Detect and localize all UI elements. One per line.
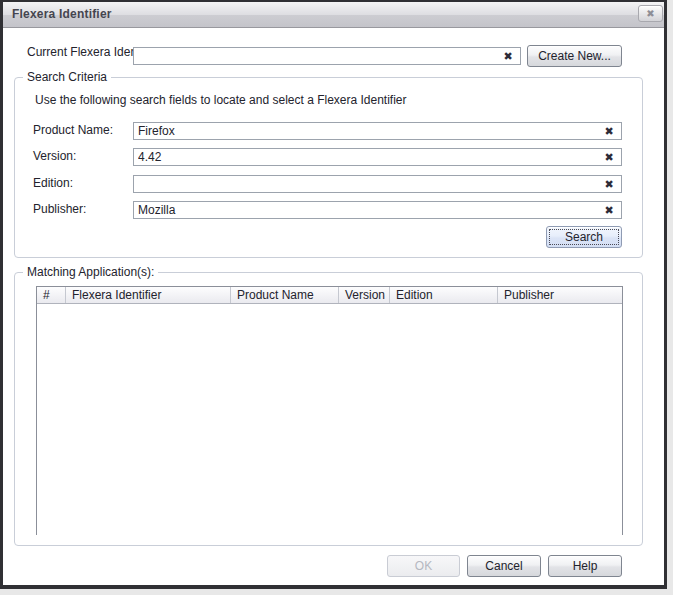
flexera-identifier-dialog: Flexera Identifier ✖ Current Flexera Ide…	[0, 0, 667, 589]
edition-input[interactable]	[133, 175, 622, 193]
matching-applications-legend: Matching Application(s):	[23, 265, 158, 279]
column-header-publisher[interactable]: Publisher	[498, 287, 622, 303]
product-name-input[interactable]	[133, 122, 622, 140]
version-label: Version:	[33, 149, 76, 164]
matching-applications-table: # Flexera Identifier Product Name Versio…	[36, 286, 623, 535]
publisher-input[interactable]	[133, 201, 622, 219]
current-identifier-input[interactable]	[133, 47, 521, 65]
version-input[interactable]	[133, 148, 622, 166]
table-header-row: # Flexera Identifier Product Name Versio…	[37, 287, 622, 304]
publisher-label: Publisher:	[33, 202, 86, 217]
column-header-number[interactable]: #	[37, 287, 66, 303]
column-header-edition[interactable]: Edition	[390, 287, 498, 303]
product-name-label: Product Name:	[33, 123, 113, 138]
help-button[interactable]: Help	[548, 555, 622, 577]
cancel-button[interactable]: Cancel	[467, 555, 541, 577]
ok-button[interactable]: OK	[387, 555, 460, 577]
column-header-version[interactable]: Version	[339, 287, 390, 303]
clear-icon[interactable]: ✖	[501, 49, 515, 63]
table-body[interactable]	[37, 304, 622, 535]
edition-label: Edition:	[33, 176, 73, 191]
search-criteria-description: Use the following search fields to locat…	[35, 93, 407, 108]
column-header-product-name[interactable]: Product Name	[231, 287, 339, 303]
clear-icon[interactable]: ✖	[602, 124, 616, 138]
title-bar: Flexera Identifier ✖	[3, 2, 667, 28]
search-button[interactable]: Search	[546, 226, 622, 248]
clear-icon[interactable]: ✖	[602, 177, 616, 191]
column-header-flexera-identifier[interactable]: Flexera Identifier	[66, 287, 231, 303]
matching-applications-group: Matching Application(s): # Flexera Ident…	[14, 272, 643, 546]
search-criteria-legend: Search Criteria	[23, 70, 111, 84]
create-new-button[interactable]: Create New...	[527, 45, 622, 67]
clear-icon[interactable]: ✖	[602, 150, 616, 164]
dialog-title: Flexera Identifier	[12, 7, 112, 21]
clear-icon[interactable]: ✖	[602, 203, 616, 217]
close-icon[interactable]: ✖	[638, 5, 663, 22]
